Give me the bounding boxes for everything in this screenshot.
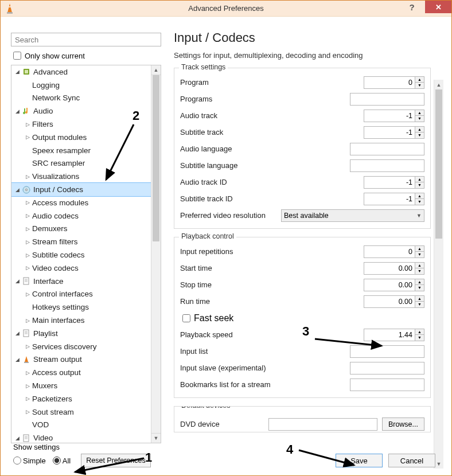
default-devices-group: Default devices DVD deviceBrowse... [174, 406, 431, 432]
window-title: Advanced Preferences [188, 4, 264, 13]
note-icon [22, 107, 31, 116]
svg-marker-15 [25, 356, 28, 362]
tree-item[interactable]: ◢Video [11, 431, 151, 443]
tree-item[interactable]: ◢Playlist [11, 327, 151, 340]
run-time-spinner[interactable]: ▲▼ [364, 295, 424, 308]
bookmarks-field[interactable] [350, 379, 424, 391]
tree-scrollbar[interactable]: ▲ ▼ [151, 65, 161, 443]
help-button[interactable]: ? [399, 1, 425, 13]
page-title: Input / Codecs [174, 30, 443, 45]
playback-control-group: Playback control Input repetitions▲▼ Sta… [174, 237, 431, 398]
tree-item[interactable]: ◢Interface [11, 275, 151, 288]
tree-item[interactable]: VOD [11, 419, 151, 432]
tree-item[interactable]: ▷Subtitle codecs [11, 248, 151, 262]
programs-field[interactable] [350, 93, 424, 106]
svg-line-24 [106, 124, 134, 180]
svg-rect-4 [25, 70, 28, 73]
svg-rect-7 [24, 278, 29, 284]
only-show-current[interactable]: Only show current [11, 50, 165, 61]
tree-item[interactable]: ◢Stream output [11, 353, 151, 366]
tree-item[interactable]: ▷Access modules [11, 196, 151, 209]
tree-item[interactable]: ▷Control interfaces [11, 288, 151, 301]
disc-icon [22, 185, 31, 194]
preferences-window: Advanced Preferences ? ✕ Only show curre… [0, 0, 452, 476]
svg-line-28 [299, 450, 354, 465]
doc-icon [22, 434, 31, 443]
svg-point-6 [26, 189, 28, 190]
annotation-arrow-1 [72, 456, 146, 475]
app-icon [4, 3, 15, 14]
tree-item[interactable]: ◢Audio [11, 104, 151, 118]
input-slave-field[interactable] [350, 362, 424, 374]
svg-rect-1 [7, 12, 13, 14]
track-settings-group: Track settings Program▲▼ Programs Audio … [174, 68, 431, 229]
doc-icon [22, 276, 31, 286]
annotation-1: 1 [145, 450, 152, 465]
chip-icon [22, 67, 31, 76]
tree-item[interactable]: Network Sync [11, 92, 151, 105]
subtitle-language-field[interactable] [350, 159, 424, 172]
program-spinner[interactable]: ▲▼ [364, 76, 424, 89]
dvd-device-field[interactable] [268, 418, 377, 431]
tree-item[interactable]: ▷Main interfaces [11, 314, 151, 327]
svg-line-22 [75, 458, 144, 472]
tree-item[interactable]: ▷Access output [11, 366, 151, 379]
page-subtitle: Settings for input, demultiplexing, deco… [174, 51, 443, 60]
preferred-resolution-select[interactable]: Best available▼ [281, 209, 424, 222]
tree-item[interactable]: ▷Sout stream [11, 405, 151, 419]
cancel-button[interactable]: Cancel [388, 454, 435, 467]
tree-item[interactable]: ▷Audio codecs [11, 209, 151, 223]
subtitle-track-id-spinner[interactable]: ▲▼ [364, 193, 424, 205]
tree-item[interactable]: ◢Advanced [11, 65, 151, 79]
start-time-spinner[interactable]: ▲▼ [364, 262, 424, 275]
tree-item[interactable]: ▷Demuxers [11, 223, 151, 236]
tree-item[interactable]: ▷Video codecs [11, 262, 151, 275]
search-input[interactable] [11, 33, 161, 46]
audio-track-id-spinner[interactable]: ▲▼ [364, 176, 424, 189]
svg-rect-17 [24, 435, 29, 442]
annotation-4: 4 [286, 442, 293, 457]
annotation-arrow-4 [297, 447, 360, 470]
tree-item[interactable]: ▷Services discovery [11, 340, 151, 353]
annotation-2: 2 [133, 108, 139, 123]
close-button[interactable]: ✕ [425, 1, 451, 13]
cone-icon [22, 355, 31, 364]
tree-item[interactable]: ▷Packetizers [11, 392, 151, 405]
svg-marker-0 [7, 3, 12, 12]
svg-rect-2 [9, 6, 11, 7]
svg-rect-11 [24, 330, 29, 337]
annotation-3: 3 [302, 324, 309, 339]
audio-language-field[interactable] [350, 143, 424, 155]
svg-rect-16 [24, 362, 29, 363]
doc-icon [22, 329, 31, 338]
fast-seek-checkbox[interactable]: Fast seek [180, 313, 233, 324]
only-show-checkbox[interactable] [13, 52, 21, 60]
tree-item[interactable]: Hotkeys settings [11, 301, 151, 314]
browse-button[interactable]: Browse... [382, 418, 424, 431]
subtitle-track-spinner[interactable]: ▲▼ [364, 126, 424, 139]
audio-track-spinner[interactable]: ▲▼ [364, 110, 424, 122]
annotation-arrow-2 [103, 122, 137, 185]
svg-line-26 [315, 339, 381, 346]
stop-time-spinner[interactable]: ▲▼ [364, 279, 424, 291]
tree-item[interactable]: ▷Muxers [11, 379, 151, 392]
show-all-radio[interactable]: All [53, 457, 71, 465]
titlebar: Advanced Preferences ? ✕ [1, 1, 451, 17]
input-repetitions-spinner[interactable]: ▲▼ [364, 245, 424, 258]
tree-item[interactable]: ▷Stream filters [11, 235, 151, 248]
show-simple-radio[interactable]: Simple [13, 457, 46, 465]
annotation-arrow-3 [313, 335, 387, 350]
tree-item[interactable]: Logging [11, 79, 151, 92]
content-scrollbar[interactable]: ▲ ▼ [434, 80, 443, 469]
